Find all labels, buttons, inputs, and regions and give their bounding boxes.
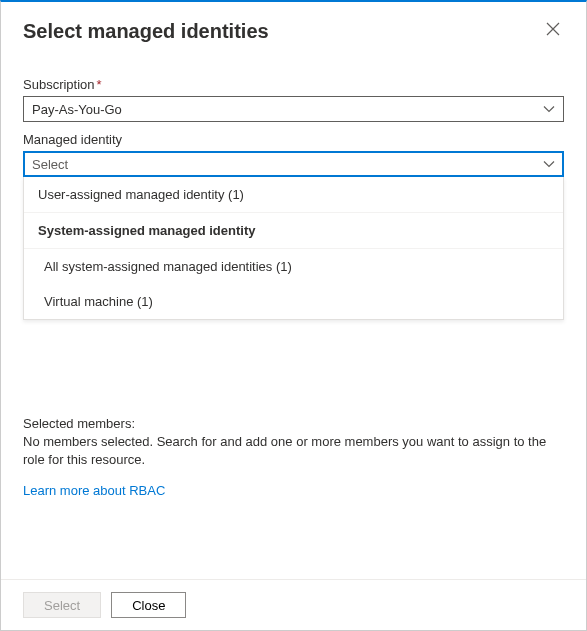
learn-more-link[interactable]: Learn more about RBAC (23, 483, 165, 498)
close-button[interactable]: Close (111, 592, 186, 618)
selected-members-label: Selected members: (23, 416, 564, 431)
subscription-select[interactable]: Pay-As-You-Go (23, 96, 564, 122)
dropdown-option-virtual-machine[interactable]: Virtual machine (1) (24, 284, 563, 319)
subscription-value: Pay-As-You-Go (32, 102, 122, 117)
subscription-label: Subscription* (23, 77, 564, 92)
footer: Select Close (1, 579, 586, 630)
close-icon[interactable] (542, 20, 564, 41)
chevron-down-icon (543, 105, 555, 113)
dropdown-option-all-system[interactable]: All system-assigned managed identities (… (24, 249, 563, 284)
dropdown-option-user-assigned[interactable]: User-assigned managed identity (1) (24, 177, 563, 213)
managed-identity-label: Managed identity (23, 132, 564, 147)
chevron-down-icon (543, 160, 555, 168)
managed-identity-placeholder: Select (32, 157, 68, 172)
managed-identity-dropdown: User-assigned managed identity (1) Syste… (23, 177, 564, 320)
panel-title: Select managed identities (23, 20, 269, 43)
selected-members-message: No members selected. Search for and add … (23, 433, 564, 469)
dropdown-group-system-assigned: System-assigned managed identity (24, 213, 563, 249)
required-asterisk: * (97, 77, 102, 92)
select-button: Select (23, 592, 101, 618)
managed-identity-select[interactable]: Select (23, 151, 564, 177)
